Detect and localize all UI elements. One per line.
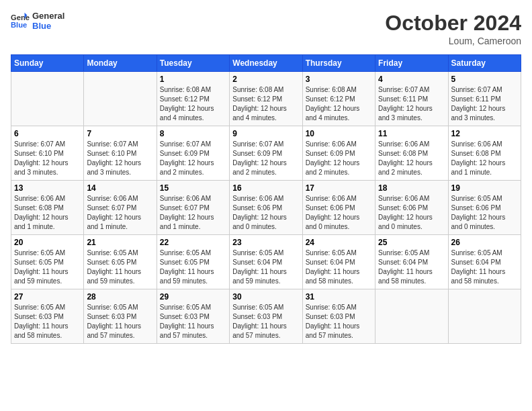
day-info: Sunrise: 6:05 AM Sunset: 6:06 PM Dayligh… [451, 194, 518, 232]
calendar-table: SundayMondayTuesdayWednesdayThursdayFrid… [11, 54, 521, 344]
svg-text:General: General [11, 13, 30, 21]
day-info: Sunrise: 6:08 AM Sunset: 6:12 PM Dayligh… [232, 85, 299, 123]
calendar-week-row: 6Sunrise: 6:07 AM Sunset: 6:10 PM Daylig… [11, 126, 521, 181]
day-info: Sunrise: 6:05 AM Sunset: 6:04 PM Dayligh… [378, 248, 445, 286]
page-header: General Blue General Blue October 2024 L… [11, 11, 521, 46]
calendar-week-row: 13Sunrise: 6:06 AM Sunset: 6:08 PM Dayli… [11, 181, 521, 235]
day-info: Sunrise: 6:05 AM Sunset: 6:03 PM Dayligh… [160, 303, 226, 340]
calendar-cell: 9Sunrise: 6:07 AM Sunset: 6:09 PM Daylig… [230, 126, 302, 181]
day-info: Sunrise: 6:05 AM Sunset: 6:04 PM Dayligh… [232, 248, 299, 286]
day-info: Sunrise: 6:07 AM Sunset: 6:09 PM Dayligh… [232, 140, 299, 177]
day-info: Sunrise: 6:05 AM Sunset: 6:03 PM Dayligh… [87, 303, 153, 340]
calendar-cell: 15Sunrise: 6:06 AM Sunset: 6:07 PM Dayli… [157, 181, 229, 235]
day-info: Sunrise: 6:07 AM Sunset: 6:10 PM Dayligh… [14, 140, 81, 177]
calendar-cell [448, 289, 521, 344]
month-title: October 2024 [385, 11, 521, 36]
day-info: Sunrise: 6:05 AM Sunset: 6:05 PM Dayligh… [87, 248, 153, 286]
day-info: Sunrise: 6:06 AM Sunset: 6:06 PM Dayligh… [378, 194, 445, 232]
calendar-cell: 18Sunrise: 6:06 AM Sunset: 6:06 PM Dayli… [375, 181, 448, 235]
day-info: Sunrise: 6:07 AM Sunset: 6:11 PM Dayligh… [378, 85, 445, 123]
calendar-cell [375, 289, 448, 344]
day-number: 15 [160, 183, 226, 193]
calendar-cell: 24Sunrise: 6:05 AM Sunset: 6:04 PM Dayli… [302, 235, 375, 289]
calendar-week-row: 1Sunrise: 6:08 AM Sunset: 6:12 PM Daylig… [11, 72, 521, 126]
calendar-header-row: SundayMondayTuesdayWednesdayThursdayFrid… [11, 55, 521, 72]
weekday-header: Friday [375, 55, 448, 72]
day-info: Sunrise: 6:07 AM Sunset: 6:10 PM Dayligh… [87, 140, 153, 177]
calendar-cell: 3Sunrise: 6:08 AM Sunset: 6:12 PM Daylig… [302, 72, 375, 126]
day-number: 13 [14, 183, 81, 193]
day-info: Sunrise: 6:05 AM Sunset: 6:04 PM Dayligh… [451, 248, 518, 286]
logo-general: General [32, 11, 64, 21]
day-number: 8 [160, 129, 226, 138]
calendar-cell: 25Sunrise: 6:05 AM Sunset: 6:04 PM Dayli… [375, 235, 448, 289]
day-number: 23 [232, 238, 299, 247]
calendar-cell: 6Sunrise: 6:07 AM Sunset: 6:10 PM Daylig… [11, 126, 84, 181]
calendar-cell: 14Sunrise: 6:06 AM Sunset: 6:07 PM Dayli… [84, 181, 157, 235]
day-info: Sunrise: 6:06 AM Sunset: 6:09 PM Dayligh… [306, 140, 372, 177]
calendar-cell: 28Sunrise: 6:05 AM Sunset: 6:03 PM Dayli… [84, 289, 157, 344]
calendar-cell [11, 72, 84, 126]
day-number: 21 [87, 238, 153, 247]
day-number: 30 [232, 292, 299, 302]
day-number: 29 [160, 292, 226, 302]
calendar-cell: 2Sunrise: 6:08 AM Sunset: 6:12 PM Daylig… [230, 72, 302, 126]
day-number: 16 [232, 183, 299, 193]
calendar-cell: 31Sunrise: 6:05 AM Sunset: 6:03 PM Dayli… [302, 289, 375, 344]
day-info: Sunrise: 6:06 AM Sunset: 6:07 PM Dayligh… [87, 194, 153, 232]
day-info: Sunrise: 6:06 AM Sunset: 6:06 PM Dayligh… [232, 194, 299, 232]
day-info: Sunrise: 6:05 AM Sunset: 6:05 PM Dayligh… [160, 248, 226, 286]
day-number: 3 [306, 75, 372, 84]
day-number: 25 [378, 238, 445, 247]
calendar-cell: 27Sunrise: 6:05 AM Sunset: 6:03 PM Dayli… [11, 289, 84, 344]
logo-blue: Blue [32, 21, 64, 31]
svg-text:Blue: Blue [11, 21, 27, 29]
day-number: 24 [306, 238, 372, 247]
day-info: Sunrise: 6:05 AM Sunset: 6:04 PM Dayligh… [306, 248, 372, 286]
day-number: 1 [160, 75, 226, 84]
day-number: 12 [451, 129, 518, 138]
location: Loum, Cameroon [385, 36, 521, 46]
calendar-cell: 12Sunrise: 6:06 AM Sunset: 6:08 PM Dayli… [448, 126, 521, 181]
calendar-cell: 8Sunrise: 6:07 AM Sunset: 6:09 PM Daylig… [157, 126, 229, 181]
day-number: 9 [232, 129, 299, 138]
calendar-cell: 19Sunrise: 6:05 AM Sunset: 6:06 PM Dayli… [448, 181, 521, 235]
day-info: Sunrise: 6:08 AM Sunset: 6:12 PM Dayligh… [306, 85, 372, 123]
day-number: 26 [451, 238, 518, 247]
day-info: Sunrise: 6:05 AM Sunset: 6:05 PM Dayligh… [14, 248, 81, 286]
day-number: 7 [87, 129, 153, 138]
calendar-cell: 21Sunrise: 6:05 AM Sunset: 6:05 PM Dayli… [84, 235, 157, 289]
day-info: Sunrise: 6:06 AM Sunset: 6:08 PM Dayligh… [451, 140, 518, 177]
title-block: October 2024 Loum, Cameroon [385, 11, 521, 46]
day-number: 27 [14, 292, 81, 302]
calendar-cell: 1Sunrise: 6:08 AM Sunset: 6:12 PM Daylig… [157, 72, 229, 126]
calendar-week-row: 20Sunrise: 6:05 AM Sunset: 6:05 PM Dayli… [11, 235, 521, 289]
day-number: 5 [451, 75, 518, 84]
calendar-cell [84, 72, 157, 126]
calendar-cell: 22Sunrise: 6:05 AM Sunset: 6:05 PM Dayli… [157, 235, 229, 289]
day-info: Sunrise: 6:08 AM Sunset: 6:12 PM Dayligh… [160, 85, 226, 123]
calendar-cell: 13Sunrise: 6:06 AM Sunset: 6:08 PM Dayli… [11, 181, 84, 235]
calendar-cell: 4Sunrise: 6:07 AM Sunset: 6:11 PM Daylig… [375, 72, 448, 126]
day-info: Sunrise: 6:06 AM Sunset: 6:07 PM Dayligh… [160, 194, 226, 232]
calendar-cell: 16Sunrise: 6:06 AM Sunset: 6:06 PM Dayli… [230, 181, 302, 235]
day-number: 17 [306, 183, 372, 193]
day-info: Sunrise: 6:07 AM Sunset: 6:09 PM Dayligh… [160, 140, 226, 177]
calendar-cell: 20Sunrise: 6:05 AM Sunset: 6:05 PM Dayli… [11, 235, 84, 289]
day-number: 2 [232, 75, 299, 84]
calendar-cell: 5Sunrise: 6:07 AM Sunset: 6:11 PM Daylig… [448, 72, 521, 126]
calendar-cell: 17Sunrise: 6:06 AM Sunset: 6:06 PM Dayli… [302, 181, 375, 235]
calendar-cell: 10Sunrise: 6:06 AM Sunset: 6:09 PM Dayli… [302, 126, 375, 181]
day-info: Sunrise: 6:05 AM Sunset: 6:03 PM Dayligh… [306, 303, 372, 340]
day-info: Sunrise: 6:06 AM Sunset: 6:08 PM Dayligh… [14, 194, 81, 232]
calendar-week-row: 27Sunrise: 6:05 AM Sunset: 6:03 PM Dayli… [11, 289, 521, 344]
calendar-cell: 7Sunrise: 6:07 AM Sunset: 6:10 PM Daylig… [84, 126, 157, 181]
calendar-cell: 11Sunrise: 6:06 AM Sunset: 6:08 PM Dayli… [375, 126, 448, 181]
calendar-cell: 23Sunrise: 6:05 AM Sunset: 6:04 PM Dayli… [230, 235, 302, 289]
weekday-header: Thursday [302, 55, 375, 72]
day-info: Sunrise: 6:06 AM Sunset: 6:08 PM Dayligh… [378, 140, 445, 177]
weekday-header: Sunday [11, 55, 84, 72]
day-number: 10 [306, 129, 372, 138]
calendar-cell: 29Sunrise: 6:05 AM Sunset: 6:03 PM Dayli… [157, 289, 229, 344]
day-number: 22 [160, 238, 226, 247]
